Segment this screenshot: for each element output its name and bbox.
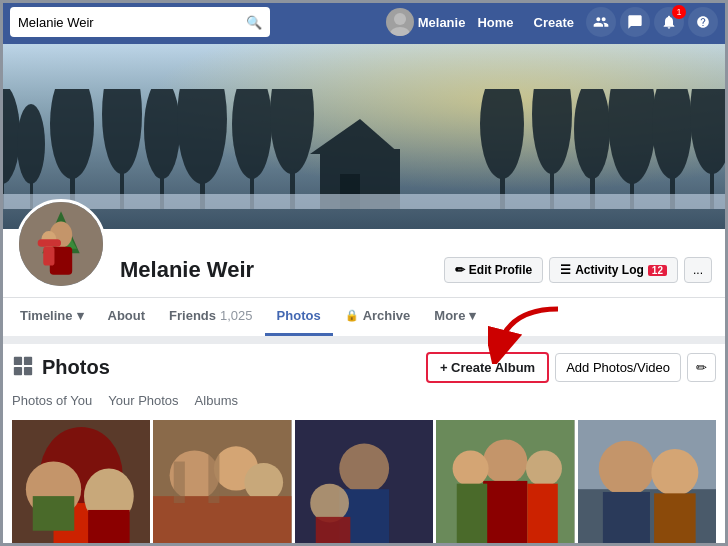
- chevron-down-icon-more: ▾: [469, 308, 476, 323]
- photos-section: Photos + Create Album Add Photos/Video ✏…: [0, 344, 728, 546]
- tab-friends[interactable]: Friends 1,025: [157, 298, 265, 336]
- svg-point-25: [608, 89, 656, 184]
- svg-rect-43: [14, 356, 22, 364]
- photo-cell[interactable]: [436, 420, 574, 546]
- profile-name: Melanie Weir: [120, 257, 254, 283]
- tab-timeline-label: Timeline: [20, 308, 73, 323]
- svg-point-7: [50, 89, 94, 179]
- svg-rect-52: [33, 496, 75, 531]
- profile-section: Melanie Weir ✏ Edit Profile ☰ Activity L…: [0, 229, 728, 336]
- nav-messages-icon[interactable]: [620, 7, 650, 37]
- search-input[interactable]: [18, 15, 246, 30]
- svg-point-17: [270, 89, 314, 174]
- svg-point-11: [144, 89, 180, 179]
- svg-point-13: [177, 89, 227, 184]
- svg-rect-67: [316, 517, 351, 546]
- photos-title: Photos: [42, 356, 110, 379]
- profile-avatar: [16, 199, 106, 289]
- pencil-icon: ✏: [455, 263, 465, 277]
- nav-avatar: [386, 8, 414, 36]
- chevron-down-icon: ▾: [77, 308, 84, 323]
- svg-rect-54: [88, 510, 130, 545]
- tab-timeline[interactable]: Timeline ▾: [8, 298, 96, 336]
- search-bar[interactable]: 🔍: [10, 7, 270, 37]
- svg-point-77: [598, 441, 653, 496]
- subnav-your-photos[interactable]: Your Photos: [108, 391, 178, 410]
- svg-point-15: [232, 89, 272, 179]
- svg-point-27: [652, 89, 692, 179]
- subnav-albums[interactable]: Albums: [195, 391, 238, 410]
- photos-title-area: Photos: [12, 355, 110, 381]
- svg-point-66: [310, 484, 349, 523]
- photo-grid: [12, 420, 716, 546]
- nav-notifications-icon[interactable]: 1: [654, 7, 684, 37]
- svg-point-29: [690, 89, 728, 174]
- svg-point-73: [526, 450, 562, 486]
- tab-friends-label: Friends: [169, 308, 216, 323]
- edit-profile-button[interactable]: ✏ Edit Profile: [444, 257, 543, 283]
- svg-rect-74: [528, 484, 558, 546]
- tab-archive-label: Archive: [363, 308, 411, 323]
- notification-badge: 1: [672, 5, 686, 19]
- svg-point-58: [245, 463, 284, 502]
- tab-about-label: About: [108, 308, 146, 323]
- svg-rect-60: [174, 462, 185, 504]
- top-nav: 🔍 Melanie Home Create 1: [0, 0, 728, 44]
- profile-actions: ✏ Edit Profile ☰ Activity Log 12 ...: [444, 257, 712, 283]
- add-photos-button[interactable]: Add Photos/Video: [555, 353, 681, 382]
- profile-tabs: Timeline ▾ About Friends 1,025 Photos 🔒 …: [0, 297, 728, 336]
- photo-cell[interactable]: [12, 420, 150, 546]
- tab-archive[interactable]: 🔒 Archive: [333, 298, 423, 336]
- photos-subnav: Photos of You Your Photos Albums: [12, 391, 716, 410]
- svg-rect-78: [603, 492, 650, 546]
- friends-count: 1,025: [220, 308, 253, 323]
- svg-point-3: [0, 89, 20, 184]
- activity-badge: 12: [648, 265, 667, 276]
- photos-grid-icon: [12, 355, 34, 381]
- svg-rect-59: [153, 496, 291, 546]
- svg-point-1: [390, 27, 410, 36]
- tab-photos-label: Photos: [277, 308, 321, 323]
- edit-label: Edit Profile: [469, 263, 532, 277]
- list-icon: ☰: [560, 263, 571, 277]
- photo-cell[interactable]: [578, 420, 716, 546]
- tab-photos[interactable]: Photos: [265, 298, 333, 336]
- subnav-photos-of-you[interactable]: Photos of You: [12, 391, 92, 410]
- svg-marker-31: [310, 119, 400, 154]
- photo-cell[interactable]: [295, 420, 433, 546]
- svg-point-5: [17, 104, 45, 184]
- svg-point-21: [532, 89, 572, 174]
- nav-home-link[interactable]: Home: [469, 15, 521, 30]
- svg-point-19: [480, 89, 524, 179]
- svg-point-69: [483, 439, 527, 483]
- photo-cell[interactable]: [153, 420, 291, 546]
- svg-rect-44: [24, 356, 32, 364]
- svg-rect-41: [43, 247, 54, 266]
- more-button[interactable]: ...: [684, 257, 712, 283]
- svg-rect-42: [38, 239, 61, 246]
- svg-rect-33: [0, 194, 728, 209]
- nav-more-icon[interactable]: [688, 7, 718, 37]
- tab-more[interactable]: More ▾: [422, 298, 488, 336]
- svg-rect-72: [457, 484, 487, 546]
- svg-rect-46: [24, 366, 32, 374]
- photos-actions: + Create Album Add Photos/Video ✏: [426, 352, 716, 383]
- svg-rect-80: [654, 493, 696, 546]
- edit-photos-button[interactable]: ✏: [687, 353, 716, 382]
- tab-more-label: More: [434, 308, 465, 323]
- create-album-button[interactable]: + Create Album: [426, 352, 549, 383]
- search-button[interactable]: 🔍: [246, 15, 262, 30]
- nav-create-link[interactable]: Create: [526, 15, 582, 30]
- svg-rect-45: [14, 366, 22, 374]
- svg-rect-61: [209, 455, 220, 503]
- tab-about[interactable]: About: [96, 298, 158, 336]
- cover-photo: [0, 44, 728, 229]
- svg-point-79: [651, 449, 698, 496]
- activity-log-button[interactable]: ☰ Activity Log 12: [549, 257, 678, 283]
- svg-rect-70: [483, 481, 527, 546]
- nav-friends-icon[interactable]: [586, 7, 616, 37]
- svg-point-23: [574, 89, 610, 179]
- svg-point-71: [453, 450, 489, 486]
- photos-actions-wrapper: + Create Album Add Photos/Video ✏: [426, 352, 716, 383]
- svg-point-0: [394, 13, 406, 25]
